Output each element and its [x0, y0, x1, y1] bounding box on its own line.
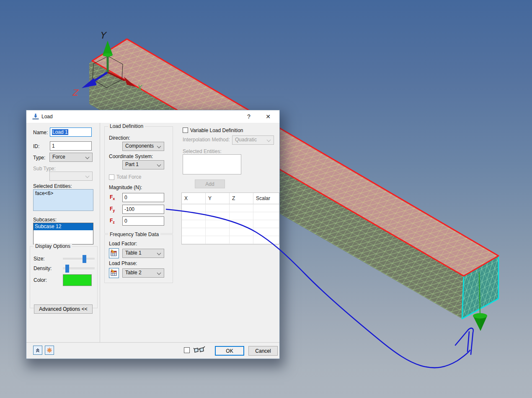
table-cell[interactable] [230, 236, 253, 244]
subcase-item-selected[interactable]: Subcase 12 [34, 223, 93, 230]
table-cell[interactable] [253, 212, 279, 220]
chevron-down-icon [157, 271, 161, 275]
table-edit-icon [110, 250, 118, 257]
starburst-icon [46, 347, 52, 353]
interpolation-method-select[interactable]: Quadratic [232, 135, 274, 145]
frequency-table-group: Frequency Table Data Load Factor: Table … [104, 234, 173, 283]
preview-checkbox[interactable] [184, 347, 190, 353]
table-cell[interactable] [230, 228, 253, 236]
size-label: Size: [34, 256, 45, 262]
load-factor-label: Load Factor: [109, 241, 137, 247]
name-label: Name: [33, 130, 48, 135]
close-button[interactable]: ✕ [261, 112, 275, 121]
chevron-down-icon [85, 155, 90, 159]
table-header-row: X Y Z Scalar [182, 193, 279, 204]
footer-separator [26, 342, 279, 343]
frequency-table-legend: Frequency Table Data [108, 232, 160, 237]
direction-select[interactable]: Components [122, 142, 164, 151]
panel-divider [100, 123, 100, 342]
variable-load-label: Variable Load Definition [190, 127, 243, 133]
fz-input[interactable] [122, 216, 164, 226]
table-cell[interactable] [182, 236, 206, 244]
fx-label: Fx [110, 194, 115, 201]
table-row [182, 212, 279, 220]
chevron-down-icon [157, 163, 161, 167]
id-input[interactable]: 1 [50, 141, 92, 151]
variable-selected-entities-box[interactable] [183, 154, 241, 174]
table-cell[interactable] [182, 220, 206, 228]
color-swatch[interactable] [63, 274, 92, 286]
table-cell[interactable] [206, 220, 230, 228]
table-cell[interactable] [253, 236, 279, 244]
load-phase-label: Load Phase: [109, 260, 137, 266]
table-header: Y [206, 193, 230, 204]
variable-load-table[interactable]: X Y Z Scalar [181, 192, 279, 245]
load-definition-group: Load Definition Direction: Components Co… [104, 126, 173, 234]
starburst-button[interactable] [45, 346, 54, 355]
table-cell[interactable] [206, 228, 230, 236]
variable-selected-entities-label: Selected Entities: [183, 148, 222, 154]
table-cell[interactable] [182, 228, 206, 236]
size-slider[interactable] [63, 258, 95, 260]
advanced-options-button[interactable]: Advanced Options << [34, 304, 93, 314]
table-cell[interactable] [230, 204, 253, 212]
display-options-group: Display Options Size: Density: Color: [30, 246, 98, 308]
density-slider-thumb[interactable] [65, 265, 69, 273]
table-row [182, 204, 279, 212]
display-options-legend: Display Options [34, 243, 72, 249]
table-header: Z [230, 193, 253, 204]
double-chevron-up-icon [35, 348, 40, 353]
chevron-down-icon [157, 251, 161, 255]
glasses-icon[interactable] [193, 346, 206, 354]
selected-entity: face<6> [35, 190, 53, 196]
selected-entities-box[interactable]: face<6> [33, 189, 93, 211]
coordinate-system-label: Coordinate System: [109, 153, 153, 159]
name-input[interactable]: Load 1 [50, 127, 92, 137]
table-cell[interactable] [253, 204, 279, 212]
table-cell[interactable] [206, 212, 230, 220]
load-phase-select[interactable]: Table 2 [122, 268, 164, 278]
density-label: Density: [34, 265, 52, 271]
add-button[interactable]: Add [195, 179, 225, 188]
dialog-titlebar[interactable]: Load ? ✕ [26, 110, 279, 123]
table-cell[interactable] [206, 236, 230, 244]
load-phase-value: Table 2 [125, 270, 142, 276]
total-force-checkbox[interactable] [109, 174, 114, 180]
subcases-listbox[interactable]: Subcase 12 [33, 223, 93, 245]
load-factor-select[interactable]: Table 1 [122, 249, 164, 258]
collapse-dialog-button[interactable] [33, 346, 42, 355]
subtype-select[interactable] [49, 172, 93, 181]
table-cell[interactable] [253, 220, 279, 228]
table-cell[interactable] [230, 220, 253, 228]
fy-input[interactable] [122, 205, 164, 214]
size-slider-thumb[interactable] [83, 255, 86, 263]
ok-button[interactable]: OK [215, 346, 244, 356]
density-slider[interactable] [63, 268, 95, 270]
table-cell[interactable] [253, 228, 279, 236]
table-cell[interactable] [230, 212, 253, 220]
interpolation-method-label: Interpolation Method: [183, 137, 230, 143]
help-button[interactable]: ? [242, 112, 256, 121]
coordinate-system-select[interactable]: Part 1 [122, 160, 164, 169]
fz-label: Fz [110, 218, 115, 224]
load-phase-table-button[interactable] [109, 268, 119, 278]
table-cell[interactable] [182, 212, 206, 220]
cancel-button[interactable]: Cancel [248, 346, 278, 356]
interpolation-method-value: Quadratic [235, 137, 257, 143]
table-row [182, 228, 279, 236]
type-label: Type: [33, 155, 45, 161]
load-factor-table-button[interactable] [109, 248, 119, 258]
z-axis-label: Z [72, 88, 79, 98]
type-select[interactable]: Force [49, 153, 93, 162]
table-header: Scalar [253, 193, 279, 204]
table-cell[interactable] [182, 204, 206, 212]
color-label: Color: [34, 277, 47, 283]
dialog-title: Load [41, 114, 53, 120]
table-header: X [182, 193, 206, 204]
variable-load-checkbox[interactable] [183, 127, 188, 133]
fx-input[interactable] [122, 193, 164, 202]
chevron-down-icon [157, 144, 161, 148]
load-factor-value: Table 1 [125, 250, 142, 256]
table-cell[interactable] [206, 204, 230, 212]
chevron-down-icon [267, 138, 271, 142]
